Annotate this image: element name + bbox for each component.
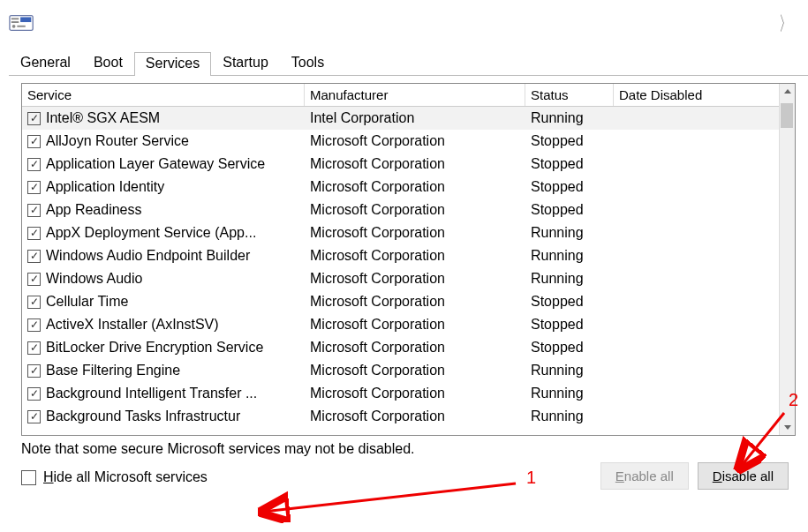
service-name: Windows Audio: [46, 268, 142, 289]
row-checkbox[interactable]: ✓: [27, 135, 41, 148]
table-row[interactable]: ✓Background Tasks InfrastructurMicrosoft…: [22, 405, 779, 428]
table-row[interactable]: ✓Cellular TimeMicrosoft CorporationStopp…: [22, 290, 779, 313]
service-date-disabled: [614, 221, 779, 244]
table-row[interactable]: ✓AllJoyn Router ServiceMicrosoft Corpora…: [22, 130, 779, 153]
row-checkbox[interactable]: ✓: [27, 296, 41, 309]
tab-services[interactable]: Services: [134, 52, 211, 76]
table-row[interactable]: ✓App ReadinessMicrosoft CorporationStopp…: [22, 199, 779, 221]
row-checkbox[interactable]: ✓: [27, 181, 41, 194]
service-status: Running: [525, 382, 614, 405]
services-list[interactable]: Service Manufacturer Status Date Disable…: [21, 83, 796, 436]
col-manufacturer[interactable]: Manufacturer: [305, 84, 525, 106]
col-service[interactable]: Service: [22, 84, 305, 106]
service-status: Stopped: [525, 336, 614, 359]
svg-rect-5: [17, 25, 25, 26]
service-status: Stopped: [525, 130, 614, 153]
tab-tools[interactable]: Tools: [280, 51, 336, 75]
col-status[interactable]: Status: [525, 84, 614, 106]
table-row[interactable]: ✓Background Intelligent Transfer ...Micr…: [22, 382, 779, 405]
service-name: Windows Audio Endpoint Builder: [46, 245, 250, 266]
svg-line-7: [263, 483, 516, 512]
tab-general[interactable]: General: [9, 51, 82, 75]
hide-ms-label[interactable]: Hide all Microsoft services: [43, 469, 208, 485]
hide-ms-checkbox[interactable]: [21, 470, 36, 485]
service-name: Application Identity: [46, 176, 164, 198]
table-row[interactable]: ✓AppX Deployment Service (App...Microsof…: [22, 221, 779, 244]
service-mfg: Microsoft Corporation: [305, 176, 525, 199]
table-row[interactable]: ✓BitLocker Drive Encryption ServiceMicro…: [22, 336, 779, 359]
service-mfg: Microsoft Corporation: [305, 130, 525, 153]
row-checkbox[interactable]: ✓: [27, 410, 41, 423]
service-date-disabled: [614, 382, 779, 405]
service-status: Running: [525, 405, 614, 428]
enable-all-button[interactable]: Enable all: [600, 462, 689, 490]
service-mfg: Microsoft Corporation: [305, 313, 525, 336]
chevron-right-icon[interactable]: 〉: [779, 11, 792, 37]
tab-bar: General Boot Services Startup Tools: [9, 51, 808, 76]
service-date-disabled: [614, 107, 779, 130]
disable-all-button[interactable]: Disable all: [698, 462, 789, 490]
service-mfg: Microsoft Corporation: [305, 244, 525, 267]
service-date-disabled: [614, 244, 779, 267]
service-status: Stopped: [525, 199, 614, 221]
table-row[interactable]: ✓Windows Audio Endpoint BuilderMicrosoft…: [22, 244, 779, 267]
table-row[interactable]: ✓Application Layer Gateway ServiceMicros…: [22, 153, 779, 176]
service-status: Stopped: [525, 153, 614, 176]
row-checkbox[interactable]: ✓: [27, 341, 41, 355]
service-status: Stopped: [525, 290, 614, 313]
row-checkbox[interactable]: ✓: [27, 112, 41, 125]
service-name: Intel® SGX AESM: [46, 108, 160, 129]
scroll-thumb[interactable]: [781, 103, 793, 128]
service-name: Application Layer Gateway Service: [46, 154, 265, 175]
service-name: Background Tasks Infrastructur: [46, 406, 240, 427]
table-row[interactable]: ✓ActiveX Installer (AxInstSV)Microsoft C…: [22, 313, 779, 336]
scroll-down-icon[interactable]: [780, 419, 795, 435]
row-checkbox[interactable]: ✓: [27, 387, 41, 401]
col-date-disabled[interactable]: Date Disabled: [614, 84, 779, 106]
service-date-disabled: [614, 313, 779, 336]
tab-startup[interactable]: Startup: [211, 51, 280, 75]
table-row[interactable]: ✓Windows AudioMicrosoft CorporationRunni…: [22, 267, 779, 290]
service-date-disabled: [614, 130, 779, 153]
service-mfg: Microsoft Corporation: [305, 199, 525, 221]
tab-boot[interactable]: Boot: [82, 51, 134, 75]
app-icon: [9, 12, 35, 36]
service-mfg: Microsoft Corporation: [305, 382, 525, 405]
service-date-disabled: [614, 359, 779, 382]
row-checkbox[interactable]: ✓: [27, 227, 41, 240]
table-row[interactable]: ✓Application IdentityMicrosoft Corporati…: [22, 176, 779, 199]
service-name: BitLocker Drive Encryption Service: [46, 337, 263, 358]
service-mfg: Microsoft Corporation: [305, 153, 525, 176]
column-headers[interactable]: Service Manufacturer Status Date Disable…: [22, 84, 795, 107]
service-date-disabled: [614, 199, 779, 221]
service-date-disabled: [614, 290, 779, 313]
service-status: Running: [525, 107, 614, 130]
table-row[interactable]: ✓Intel® SGX AESMIntel CorporationRunning: [22, 107, 779, 130]
service-status: Running: [525, 267, 614, 290]
service-mfg: Microsoft Corporation: [305, 267, 525, 290]
service-status: Running: [525, 244, 614, 267]
svg-rect-3: [11, 21, 19, 23]
service-date-disabled: [614, 153, 779, 176]
svg-rect-1: [20, 17, 31, 22]
service-name: Background Intelligent Transfer ...: [46, 383, 257, 404]
row-checkbox[interactable]: ✓: [27, 204, 41, 217]
scrollbar[interactable]: [779, 84, 795, 435]
table-row[interactable]: ✓Base Filtering EngineMicrosoft Corporat…: [22, 359, 779, 382]
service-status: Stopped: [525, 313, 614, 336]
service-status: Stopped: [525, 176, 614, 199]
service-date-disabled: [614, 336, 779, 359]
row-checkbox[interactable]: ✓: [27, 364, 41, 378]
row-checkbox[interactable]: ✓: [27, 158, 41, 171]
service-mfg: Microsoft Corporation: [305, 290, 525, 313]
row-checkbox[interactable]: ✓: [27, 273, 41, 286]
service-name: ActiveX Installer (AxInstSV): [46, 314, 219, 335]
service-name: AllJoyn Router Service: [46, 131, 189, 152]
service-mfg: Microsoft Corporation: [305, 336, 525, 359]
service-date-disabled: [614, 176, 779, 199]
row-checkbox[interactable]: ✓: [27, 250, 41, 263]
service-name: Base Filtering Engine: [46, 360, 180, 381]
service-mfg: Microsoft Corporation: [305, 405, 525, 428]
scroll-up-icon[interactable]: [780, 84, 795, 100]
row-checkbox[interactable]: ✓: [27, 318, 41, 332]
